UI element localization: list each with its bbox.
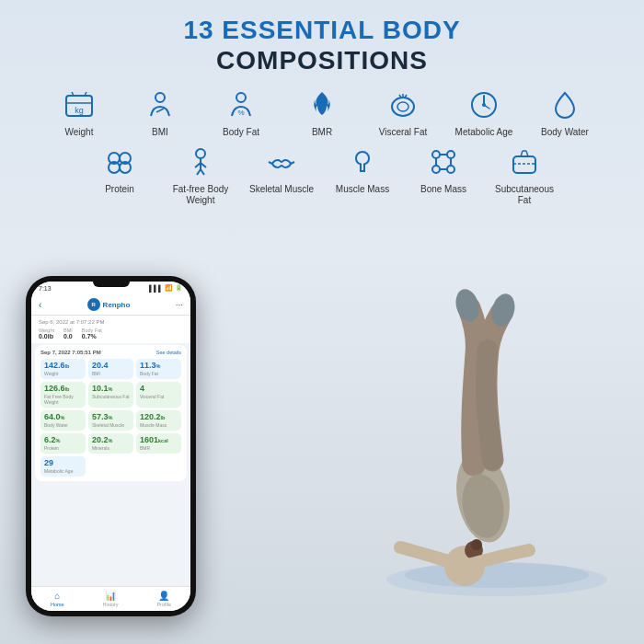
weight-icon: kg <box>59 85 99 125</box>
nav-label: Home <box>51 602 64 607</box>
svg-point-48 <box>471 539 482 550</box>
app-header: ‹ R Renpho ··· <box>31 294 190 316</box>
icon-fat-free: Fat-free Body Weight <box>164 142 237 206</box>
stat-cell: 126.6lb Fat Free Body Weight <box>40 382 86 408</box>
main-measurement-card: Sep 7, 2022 7:05:51 PM See details 142.6… <box>35 345 187 481</box>
stat-name: Muscle Mass <box>140 422 178 428</box>
svg-point-30 <box>432 151 440 158</box>
stat-value: 4 <box>140 385 178 393</box>
stat-unit: % <box>56 438 61 443</box>
subcutaneous-fat-label: Subcutaneous Fat <box>488 184 561 206</box>
status-time: 7:13 <box>39 285 52 292</box>
app-name: Renpho <box>103 301 131 309</box>
bone-mass-icon <box>423 142 464 182</box>
stat-value: 64.0% <box>44 413 82 421</box>
body-fat-label: Body Fat <box>223 127 259 138</box>
stat-value: 29 <box>44 459 82 467</box>
title-section: 13 ESSENTIAL BODY COMPOSITIONS <box>0 0 644 75</box>
bmi-icon <box>140 85 180 125</box>
icons-row-2: Protein Fat-free Body Weight <box>83 142 561 206</box>
stat-name: BMR <box>140 445 178 451</box>
back-button[interactable]: ‹ <box>39 300 41 310</box>
nav-item-home[interactable]: ⌂ Home <box>51 591 64 607</box>
stat-name: Weight <box>44 371 82 376</box>
metabolic-age-label: Metabolic Age <box>455 127 513 138</box>
avatar: R <box>87 298 100 311</box>
stat-value: 11.3% <box>140 362 178 370</box>
stat-cell: 6.2% Protein <box>40 433 86 454</box>
icon-muscle-mass: Muscle Mass <box>326 142 399 206</box>
stat-name: Fat Free Body Weight <box>44 394 82 405</box>
subcutaneous-fat-icon <box>504 142 545 182</box>
icon-protein: Protein <box>83 142 156 206</box>
svg-text:%: % <box>237 109 244 117</box>
metabolic-age-icon <box>464 85 504 125</box>
nav-item-profile[interactable]: 👤 Profile <box>156 591 171 607</box>
see-details-link[interactable]: See details <box>156 350 181 355</box>
prev-bodyfat-value: 0.7% <box>82 333 102 339</box>
stat-cell: 10.1% Subcutaneous Fat <box>88 382 133 408</box>
svg-point-5 <box>155 93 165 102</box>
bmi-label: BMI <box>152 127 168 138</box>
stat-value: 20.4 <box>92 362 130 370</box>
title-line2: COMPOSITIONS <box>0 45 644 76</box>
main-card-header: Sep 7, 2022 7:05:51 PM See details <box>40 350 181 355</box>
icons-section: kg Weight BMI <box>0 85 644 210</box>
protein-icon <box>99 142 140 182</box>
stat-value: 6.2% <box>44 436 82 444</box>
prev-measurement: Sep 6, 2022 at 7:07:22 PM Weight 0.0lb B… <box>31 316 190 343</box>
svg-point-33 <box>447 166 454 173</box>
phone-screen: 7:13 ▌▌▌ 📶 🔋 ‹ R Renpho ··· <box>31 282 190 611</box>
nav-icon: 👤 <box>158 591 169 601</box>
bmr-icon <box>302 85 342 125</box>
stat-value: 10.1% <box>92 385 130 393</box>
fat-free-label: Fat-free Body Weight <box>164 184 237 206</box>
main-date: Sep 7, 2022 7:05:51 PM <box>40 350 101 355</box>
stat-name: BMI <box>92 371 130 376</box>
stat-unit: % <box>156 363 161 369</box>
muscle-mass-label: Muscle Mass <box>336 184 389 195</box>
prev-stats: Weight 0.0lb BMI 0.0 Body Fat 0.7% <box>39 328 183 339</box>
svg-point-32 <box>432 166 440 173</box>
stat-name: Visceral Fat <box>140 394 178 399</box>
stat-name: Protein <box>44 445 82 451</box>
nav-item-history[interactable]: 📊 History <box>102 591 118 607</box>
signal-icon: ▌▌▌ <box>149 285 163 292</box>
stats-grid: 142.6lb Weight 20.4 BMI 11.3% Body Fat 1… <box>40 359 181 477</box>
nav-label: Profile <box>156 602 171 607</box>
stat-name: Subcutaneous Fat <box>92 394 130 399</box>
svg-text:kg: kg <box>75 106 84 115</box>
bottom-nav: ⌂ Home 📊 History 👤 Profile <box>31 586 190 611</box>
stat-unit: % <box>109 415 113 420</box>
phone-mockup: 7:13 ▌▌▌ 📶 🔋 ‹ R Renpho ··· <box>26 276 196 616</box>
battery-icon: 🔋 <box>175 284 183 292</box>
stat-cell: 20.2% Minerals <box>88 433 133 454</box>
stat-value: 126.6lb <box>44 385 82 393</box>
more-button[interactable]: ··· <box>176 300 183 310</box>
stat-name: Body Fat <box>140 371 178 376</box>
stat-cell: 142.6lb Weight <box>40 359 86 379</box>
body-water-icon <box>545 85 585 125</box>
bone-mass-label: Bone Mass <box>420 184 466 195</box>
svg-point-10 <box>397 102 408 111</box>
app-header-center: R Renpho <box>87 298 131 311</box>
visceral-fat-label: Visceral Fat <box>379 127 428 138</box>
stat-value: 20.2% <box>92 436 130 444</box>
stat-name: Minerals <box>92 445 130 451</box>
svg-line-28 <box>269 162 272 164</box>
svg-point-7 <box>236 93 246 102</box>
bmr-label: BMR <box>312 127 332 138</box>
stat-cell: 20.4 BMI <box>88 359 133 379</box>
main-container: 13 ESSENTIAL BODY COMPOSITIONS kg Weight <box>0 0 644 644</box>
icon-body-fat: % Body Fat <box>204 85 278 138</box>
fat-free-icon <box>180 142 221 182</box>
nav-icon: ⌂ <box>54 591 60 601</box>
stat-unit: lb <box>65 363 70 369</box>
stat-unit: lb <box>161 415 166 420</box>
icon-body-water: Body Water <box>528 85 602 138</box>
stat-cell: 29 Metabolic Age <box>40 456 86 477</box>
icon-metabolic-age: Metabolic Age <box>447 85 521 138</box>
nav-label: History <box>102 602 118 607</box>
icon-bmi: BMI <box>123 85 197 138</box>
icon-visceral-fat: Visceral Fat <box>366 85 440 138</box>
